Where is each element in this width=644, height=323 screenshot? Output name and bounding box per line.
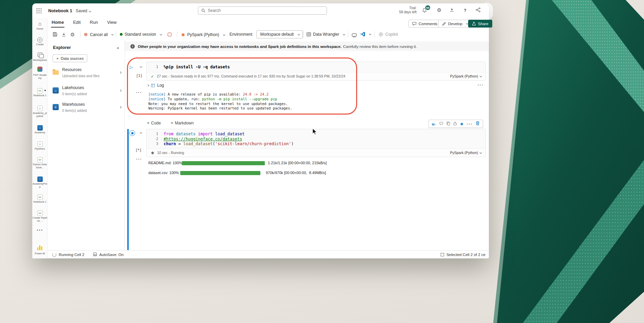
chevron-right-icon xyxy=(147,84,149,86)
rail-item-home[interactable]: Home xyxy=(32,20,48,30)
share-icon xyxy=(472,22,476,26)
environment-button[interactable]: Environment xyxy=(229,32,252,37)
chevron-down-icon xyxy=(480,75,482,77)
workspace-selector[interactable]: Workspace default xyxy=(256,30,303,38)
warehouse-icon xyxy=(53,104,59,110)
rail-item-academy-pipeline[interactable]: Academy_pipeline xyxy=(32,105,48,118)
search-icon xyxy=(201,8,205,13)
rail-item-power-bi[interactable]: Power BI xyxy=(32,245,48,255)
cell-collapse-chevron-icon[interactable] xyxy=(140,65,142,68)
progress-bar xyxy=(180,171,260,175)
chevron-down-icon xyxy=(298,33,300,35)
comments-button[interactable]: Comments xyxy=(408,20,441,28)
log-more-button[interactable] xyxy=(478,82,484,88)
chevron-down-icon xyxy=(89,10,91,12)
copy-icon[interactable] xyxy=(446,121,450,127)
help-icon[interactable]: ? xyxy=(464,8,466,13)
cell1-editor[interactable]: 1 %pip install -U -q datasets xyxy=(147,62,485,72)
add-data-sources-button[interactable]: Data sources xyxy=(53,54,87,62)
comment-icon xyxy=(412,22,417,26)
collapse-explorer-icon[interactable] xyxy=(117,45,119,51)
freeze-icon[interactable] xyxy=(460,121,464,127)
add-icon xyxy=(56,56,59,61)
cell2-footer: 10 sec - Running PySpark (Python) xyxy=(147,149,485,157)
explorer-panel: Explorer Data sources ResourcesUploaded … xyxy=(48,40,125,250)
develop-button[interactable]: Develop xyxy=(438,20,472,28)
tab-edit[interactable]: Edit xyxy=(73,20,80,25)
rail-item-academyprep[interactable]: AcademyPrep xyxy=(32,175,48,188)
rail-item-create-pipeline[interactable]: Create Pipeline ... xyxy=(32,209,48,222)
rail-item-workspaces[interactable]: Workspaces xyxy=(32,52,48,62)
delete-cell-icon[interactable] xyxy=(476,121,480,127)
data-wrangler-button[interactable]: Data Wrangler xyxy=(307,32,345,37)
stop-session-button[interactable] xyxy=(168,33,171,36)
explorer-item-warehouses[interactable]: Warehouses0 item(s) added xyxy=(53,101,121,113)
lock-icon[interactable] xyxy=(453,121,457,127)
rail-item-create[interactable]: Create xyxy=(32,36,48,46)
rail-item-notebook-1[interactable]: Notebook 1 xyxy=(32,87,48,97)
search-input[interactable]: Search xyxy=(198,6,327,15)
rail-item-pipeline1[interactable]: Pipeline1 xyxy=(32,140,48,151)
cell1-more-button[interactable] xyxy=(136,89,142,95)
success-check-icon xyxy=(151,73,154,79)
pipeline-icon xyxy=(37,106,43,111)
share-button[interactable]: Share xyxy=(468,20,492,28)
tab-view[interactable]: View xyxy=(107,20,116,25)
save-status-dropdown[interactable]: Saved xyxy=(76,8,91,13)
language-selector[interactable]: PySpark (Python) xyxy=(181,32,225,37)
notifications-button[interactable]: 69 xyxy=(422,7,427,13)
vscode-button[interactable] xyxy=(360,32,371,37)
waffle-menu-icon[interactable] xyxy=(36,8,41,13)
rail-item-python-notebook[interactable]: Python Notebook... xyxy=(32,156,48,169)
notebook-settings-gear-icon[interactable] xyxy=(70,32,75,38)
session-selector[interactable]: Standard session xyxy=(120,32,162,37)
tab-home[interactable]: Home xyxy=(52,20,64,25)
chevron-right-icon[interactable] xyxy=(119,106,122,108)
markdown-convert-icon[interactable] xyxy=(432,121,436,127)
share-graph-icon[interactable] xyxy=(476,7,481,14)
running-spinner-icon xyxy=(52,253,56,257)
power-bi-icon xyxy=(37,245,42,250)
terminal-icon[interactable] xyxy=(352,33,357,39)
notebook-title: Notebook 1 xyxy=(48,8,72,13)
cell2-kernel-selector[interactable]: PySpark (Python) xyxy=(450,151,481,155)
cell-more-icon[interactable] xyxy=(467,121,473,127)
stop-cell-button[interactable] xyxy=(129,130,135,136)
search-placeholder: Search xyxy=(208,8,221,13)
add-icon xyxy=(147,121,149,125)
rail-item-psit-academy[interactable]: PSIT Academy xyxy=(32,67,48,80)
explorer-item-resources[interactable]: ResourcesUploaded data and files xyxy=(53,66,121,79)
cell2-more-button[interactable] xyxy=(136,156,142,162)
cancel-circle-icon xyxy=(84,32,88,37)
rail-item-more[interactable] xyxy=(32,227,48,233)
run-cell-button[interactable] xyxy=(130,64,133,70)
tab-run[interactable]: Run xyxy=(90,20,98,25)
cell2-status: 10 sec - Running xyxy=(157,151,184,155)
rail-item-notebook-1b[interactable]: Notebook 1 xyxy=(32,193,48,204)
download-icon[interactable] xyxy=(449,7,454,14)
log-toggle[interactable]: Log xyxy=(147,83,164,88)
log-grid-icon xyxy=(151,84,155,87)
settings-gear-icon[interactable] xyxy=(437,7,441,13)
selection-icon xyxy=(441,253,444,256)
running-asterisk-icon xyxy=(151,150,154,156)
rail-item-academy[interactable]: Academy xyxy=(32,124,48,134)
chevron-down-icon xyxy=(369,33,371,35)
comment-icon[interactable] xyxy=(439,121,443,127)
chevron-down-icon xyxy=(223,33,225,36)
save-icon[interactable] xyxy=(53,32,57,38)
notebook-icon xyxy=(37,157,43,163)
cancel-all-button[interactable]: Cancel all xyxy=(84,32,113,37)
chevron-right-icon[interactable] xyxy=(119,71,122,73)
download-notebook-icon[interactable] xyxy=(61,32,66,38)
explorer-title: Explorer xyxy=(53,45,71,50)
add-code-cell-button[interactable]: Code xyxy=(147,121,161,125)
cell1-kernel-selector[interactable]: PySpark (Python) xyxy=(450,74,481,78)
chevron-down-icon xyxy=(480,151,482,154)
cell-collapse-chevron-icon[interactable] xyxy=(140,131,142,134)
chevron-right-icon[interactable] xyxy=(119,89,122,91)
copilot-button[interactable]: Copilot xyxy=(379,32,398,37)
add-markdown-cell-button[interactable]: Markdown xyxy=(171,121,194,125)
log-output: [notice] A new release of pip is availab… xyxy=(148,92,292,111)
explorer-item-lakehouses[interactable]: Lakehouses0 item(s) added xyxy=(53,84,121,97)
